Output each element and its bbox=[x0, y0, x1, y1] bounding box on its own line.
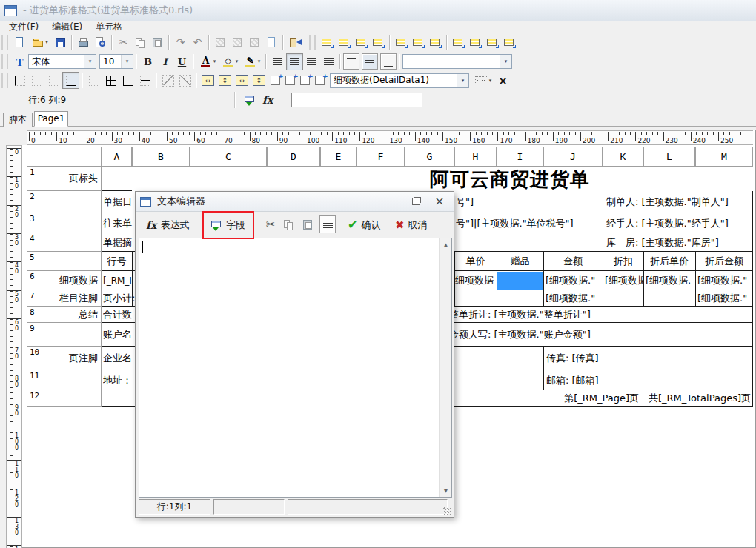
toolbar-grip[interactable] bbox=[1, 54, 8, 69]
insert-column-button[interactable] bbox=[353, 34, 370, 51]
toolbar-grip[interactable] bbox=[1, 35, 8, 50]
row-header-2[interactable]: 2 bbox=[27, 191, 102, 213]
dialog-copy-button[interactable] bbox=[282, 212, 295, 238]
cell-row11-email[interactable]: 邮箱: [邮箱] bbox=[546, 370, 749, 390]
cut-button[interactable]: ✂ bbox=[115, 34, 132, 51]
cell-m5[interactable]: 折后金额 bbox=[695, 252, 753, 271]
dialog-restore-button[interactable] bbox=[408, 195, 423, 208]
cell-m6[interactable]: [细项数据." bbox=[697, 271, 752, 290]
merge-down-button[interactable] bbox=[282, 72, 297, 89]
cell-row10-fax[interactable]: 传真: [传真] bbox=[546, 347, 749, 370]
cell-j7[interactable]: [细项数据." bbox=[546, 290, 602, 307]
cell-j5[interactable]: 金额 bbox=[543, 252, 603, 271]
cell-a11[interactable]: 地址： bbox=[103, 370, 135, 390]
append-column-button[interactable] bbox=[484, 34, 501, 51]
append-table-button[interactable] bbox=[501, 34, 518, 51]
column-header-G[interactable]: G bbox=[405, 147, 454, 167]
row-header-4[interactable]: 4 bbox=[27, 233, 102, 252]
vertical-scrollbar[interactable]: ▲ ▼ bbox=[439, 238, 451, 497]
border-all-button[interactable] bbox=[102, 72, 119, 89]
row-header-10[interactable]: 10页注脚 bbox=[27, 347, 102, 370]
merge-cells-button[interactable] bbox=[297, 72, 312, 89]
align-center-button[interactable] bbox=[286, 53, 303, 70]
toolbar-grip[interactable] bbox=[1, 73, 8, 88]
cell-a7[interactable]: 页小计: bbox=[103, 290, 135, 307]
append-row-above-button[interactable] bbox=[450, 34, 467, 51]
border-outline-button[interactable] bbox=[119, 72, 136, 89]
row-header-5[interactable]: 5 bbox=[27, 252, 102, 271]
row-header-7[interactable]: 7栏目注脚 bbox=[27, 290, 102, 307]
border-bottom-button[interactable] bbox=[62, 72, 79, 89]
tab-script[interactable]: 脚本 bbox=[3, 113, 33, 127]
column-header-K[interactable]: K bbox=[603, 147, 643, 167]
insert-row-button[interactable] bbox=[410, 34, 427, 51]
fx-button[interactable]: fx bbox=[262, 94, 273, 106]
border-left-button[interactable] bbox=[11, 72, 28, 89]
cell-a5[interactable]: 行号 bbox=[102, 252, 132, 271]
fill-pattern-button[interactable] bbox=[229, 34, 246, 51]
font-color-button[interactable]: A▾ bbox=[196, 53, 219, 70]
cell-row12-pagenum[interactable]: 第[_RM_Page]页 共[_RM_TotalPages]页 bbox=[445, 390, 752, 407]
cell-i5[interactable]: 赠品 bbox=[497, 252, 543, 271]
column-header-D[interactable]: D bbox=[267, 147, 320, 167]
row-header-1[interactable]: 1页标头 bbox=[27, 167, 102, 191]
cell-m7[interactable]: [细项数据." bbox=[697, 290, 752, 307]
fill-color-button[interactable]: ◇▾ bbox=[219, 53, 241, 70]
confirm-button[interactable]: ✔ 确认 bbox=[348, 212, 380, 238]
report-title-cell[interactable]: 阿可云商贸进货单 bbox=[267, 167, 753, 191]
text-editor-area[interactable]: ▲ ▼ bbox=[139, 238, 452, 498]
dialog-paste-button[interactable] bbox=[302, 212, 314, 238]
chevron-down-icon[interactable]: ▾ bbox=[457, 74, 468, 87]
menu-file[interactable]: 文件(F) bbox=[9, 21, 39, 33]
resize-grip[interactable] bbox=[443, 507, 451, 515]
border-top-button[interactable] bbox=[45, 72, 62, 89]
border-none-button[interactable] bbox=[85, 72, 102, 89]
cell-k6[interactable]: [细项数据 bbox=[605, 271, 643, 290]
chevron-down-icon[interactable]: ▾ bbox=[121, 55, 133, 68]
cancel-button[interactable]: ✖ 取消 bbox=[395, 212, 428, 238]
valign-top-button[interactable] bbox=[343, 53, 359, 70]
underline-button[interactable]: U bbox=[173, 53, 190, 70]
cell-k3[interactable]: 经手人: [主项数据."经手人"] bbox=[606, 213, 751, 233]
chevron-down-icon[interactable]: ▾ bbox=[500, 55, 511, 68]
delete-band-button[interactable]: × bbox=[494, 72, 511, 89]
paste-button[interactable] bbox=[149, 34, 166, 51]
style-select[interactable]: ▾ bbox=[402, 54, 512, 69]
column-header-E[interactable]: E bbox=[320, 147, 357, 167]
row-header-9[interactable]: 9 bbox=[27, 323, 102, 347]
print-preview-button[interactable] bbox=[92, 34, 109, 51]
print-button[interactable] bbox=[75, 34, 92, 51]
scroll-up-button[interactable]: ▲ bbox=[440, 238, 452, 251]
new-button[interactable] bbox=[11, 34, 28, 51]
fit-height-button[interactable]: ↕ bbox=[251, 72, 268, 89]
row-header-3[interactable]: 3 bbox=[27, 213, 102, 233]
cell-row2-fragment[interactable]: 号"] bbox=[456, 191, 530, 213]
font-size-select[interactable]: 10 ▾ bbox=[99, 54, 133, 69]
open-button[interactable]: ▾ bbox=[28, 34, 52, 51]
cell-k4[interactable]: 库 房: [主项数据."库房"] bbox=[606, 233, 751, 252]
selected-cell-i6[interactable] bbox=[497, 272, 543, 290]
column-header-L[interactable]: L bbox=[643, 147, 695, 167]
cell-a10[interactable]: 企业名 bbox=[103, 347, 135, 370]
cell-a8[interactable]: 合计数 bbox=[103, 307, 135, 323]
row-header-11[interactable]: 11 bbox=[27, 370, 102, 390]
dialog-close-button[interactable]: × bbox=[432, 195, 447, 208]
cell-h5[interactable]: 单价 bbox=[454, 252, 497, 271]
dialog-align-button[interactable] bbox=[319, 215, 336, 233]
valign-bottom-button[interactable] bbox=[380, 53, 397, 70]
dialog-titlebar[interactable]: 文本编辑器 bbox=[136, 192, 454, 212]
border-inside-button[interactable] bbox=[136, 72, 153, 89]
column-header-F[interactable]: F bbox=[357, 147, 405, 167]
cell-j6[interactable]: [细项数据." bbox=[546, 271, 602, 290]
diagonal-up-button[interactable] bbox=[176, 72, 193, 89]
line-color-button[interactable]: ✎▾ bbox=[241, 53, 263, 70]
align-left-button[interactable] bbox=[269, 53, 286, 70]
fit-width-button[interactable]: ↔ bbox=[233, 72, 251, 89]
cell-k2[interactable]: 制单人: [主项数据."制单人"] bbox=[606, 191, 751, 213]
chevron-down-icon[interactable]: ▾ bbox=[84, 55, 96, 68]
bold-button[interactable]: B bbox=[139, 53, 156, 70]
cell-a6[interactable]: [_RM_I bbox=[103, 271, 135, 290]
save-button[interactable] bbox=[52, 34, 69, 51]
delete-cells-button[interactable] bbox=[427, 34, 444, 51]
merge-up-button[interactable] bbox=[268, 72, 282, 89]
